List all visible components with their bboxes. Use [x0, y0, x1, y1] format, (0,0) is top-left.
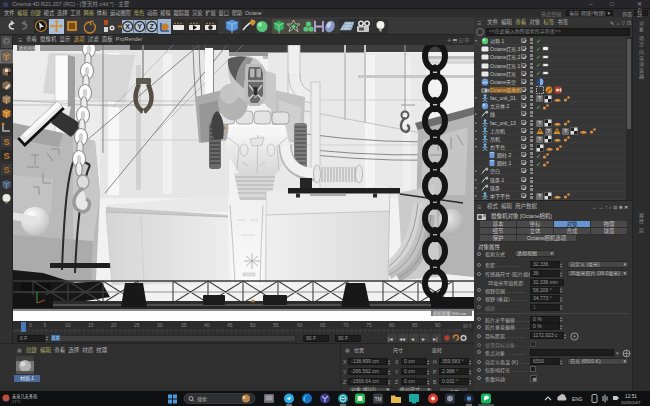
svg-text:85: 85 [412, 322, 418, 328]
svg-text:X: X [125, 23, 130, 30]
svg-text:80: 80 [389, 322, 395, 328]
svg-text:▸: ▸ [422, 336, 425, 342]
svg-text:S: S [3, 151, 9, 161]
svg-text:40: 40 [204, 322, 210, 328]
svg-text:Z: Z [150, 23, 155, 30]
svg-text:Y: Y [137, 23, 142, 30]
svg-text:65: 65 [320, 322, 326, 328]
svg-text:|◂: |◂ [388, 336, 393, 342]
svg-text:60: 60 [297, 322, 303, 328]
svg-text:70: 70 [343, 322, 349, 328]
svg-text:5: 5 [44, 322, 47, 328]
svg-text:▸|: ▸| [433, 336, 438, 342]
svg-text:搜索: 搜索 [197, 396, 207, 403]
svg-text:45: 45 [227, 322, 233, 328]
svg-text:12:51: 12:51 [625, 394, 637, 399]
svg-text:35: 35 [181, 322, 187, 328]
svg-text:17°C: 17°C [12, 399, 21, 404]
svg-text:◂: ◂ [411, 336, 414, 342]
svg-text:90 F: 90 F [463, 324, 472, 329]
svg-text:50: 50 [250, 322, 256, 328]
svg-text:10: 10 [65, 322, 71, 328]
svg-text:2025/10/7: 2025/10/7 [621, 400, 641, 405]
svg-text:TM: TM [375, 396, 382, 402]
svg-text:◂◂: ◂◂ [399, 336, 405, 342]
svg-text:20: 20 [111, 322, 117, 328]
svg-text:25: 25 [134, 322, 140, 328]
svg-text:ENG: ENG [572, 397, 583, 402]
svg-text:相机视图 500 cm: 相机视图 500 cm [433, 310, 467, 317]
svg-text:75: 75 [366, 322, 372, 328]
svg-text:55: 55 [273, 322, 279, 328]
svg-text:S: S [3, 165, 9, 175]
svg-text:0: 0 [29, 322, 32, 328]
svg-text:30: 30 [157, 322, 163, 328]
svg-text:透视视图: 透视视图 [19, 45, 38, 52]
svg-text:S: S [3, 137, 9, 147]
svg-text:15: 15 [88, 322, 94, 328]
svg-text:90: 90 [435, 322, 441, 328]
